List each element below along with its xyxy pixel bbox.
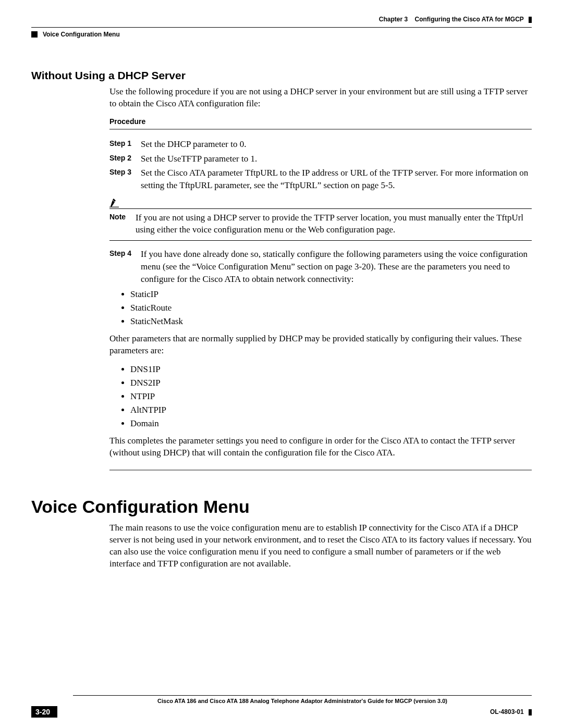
note-label: Note	[109, 212, 136, 236]
step-label: Step 2	[109, 153, 141, 165]
static-params-list: StaticIP StaticRoute StaticNetMask	[120, 289, 532, 327]
list-item: StaticRoute	[130, 303, 532, 313]
dhcp-params-list: DNS1IP DNS2IP NTPIP AltNTPIP Domain	[120, 364, 532, 429]
step-3: Step 3 Set the Cisco ATA parameter TftpU…	[141, 167, 532, 192]
note-box: Note If you are not using a DHCP server …	[109, 198, 532, 241]
list-item: StaticIP	[130, 289, 532, 300]
step-text: Set the Cisco ATA parameter TftpURL to t…	[141, 167, 532, 192]
step-label: Step 3	[109, 167, 141, 192]
list-item: AltNTPIP	[130, 405, 532, 415]
section-heading-dhcp: Without Using a DHCP Server	[31, 69, 532, 82]
closing-paragraph: This completes the parameter settings yo…	[109, 435, 532, 459]
list-item: Domain	[130, 418, 532, 429]
voice-menu-paragraph: The main reasons to use the voice config…	[109, 522, 532, 570]
list-item: StaticNetMask	[130, 316, 532, 327]
note-rule-top	[109, 208, 532, 209]
mid-paragraph: Other parameters that are normally suppl…	[109, 333, 532, 357]
page-footer: Cisco ATA 186 and Cisco ATA 188 Analog T…	[31, 695, 532, 718]
section-marker-icon	[31, 31, 38, 38]
header-rule	[31, 27, 532, 28]
list-item: NTPIP	[130, 391, 532, 402]
list-item: DNS1IP	[130, 364, 532, 375]
step-label: Step 1	[109, 138, 141, 151]
procedure-rule-bottom	[109, 470, 532, 471]
step-4: Step 4 If you have done already done so,…	[141, 248, 532, 285]
step-text: If you have done already done so, static…	[141, 248, 532, 285]
list-item: DNS2IP	[130, 378, 532, 388]
page-header: Chapter 3 Configuring the Cisco ATA for …	[31, 16, 532, 23]
step-text: Set the DHCP parameter to 0.	[141, 138, 246, 151]
procedure-label: Procedure	[109, 117, 532, 126]
step-2: Step 2 Set the UseTFTP parameter to 1.	[141, 153, 532, 165]
step-text: Set the UseTFTP parameter to 1.	[141, 153, 257, 165]
procedure-rule-top	[109, 129, 532, 130]
page-number: 3-20	[31, 706, 57, 718]
header-tick-icon	[529, 17, 532, 23]
chapter-title: Configuring the Cisco ATA for MGCP	[415, 16, 524, 23]
note-text: If you are not using a DHCP server to pr…	[136, 212, 532, 236]
section-heading-voice-menu: Voice Configuration Menu	[31, 497, 532, 517]
doc-id: OL-4803-01	[490, 708, 524, 715]
note-rule-bottom	[109, 240, 532, 241]
footer-rule	[73, 695, 532, 696]
intro-paragraph: Use the following procedure if you are n…	[109, 86, 532, 110]
step-label: Step 4	[109, 248, 141, 285]
pencil-icon	[109, 198, 122, 207]
step-1: Step 1 Set the DHCP parameter to 0.	[141, 138, 532, 151]
chapter-label: Chapter 3	[379, 16, 408, 23]
footer-tick-icon	[529, 709, 532, 715]
breadcrumb: Voice Configuration Menu	[43, 31, 120, 38]
footer-doc-title: Cisco ATA 186 and Cisco ATA 188 Analog T…	[73, 698, 532, 704]
